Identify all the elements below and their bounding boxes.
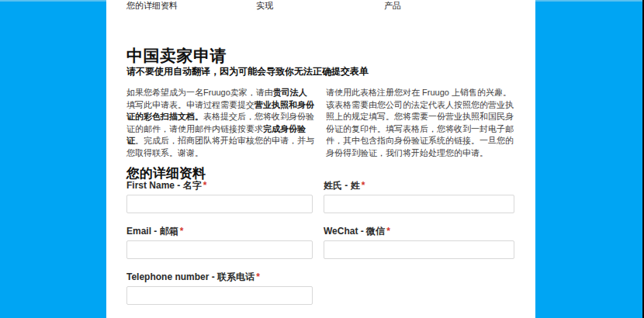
wechat-label: WeChat - 微信* xyxy=(324,226,514,237)
field-telephone: Telephone number - 联系电话* xyxy=(126,272,313,305)
step-nav: 您的详细资料 实现 产品 xyxy=(106,0,535,12)
intro-section: 如果您希望成为一名Fruugo卖家，请由贵司法人填写此申请表。申请过程需要提交营… xyxy=(126,87,515,159)
required-asterisk: * xyxy=(180,226,184,237)
first-name-input[interactable] xyxy=(126,195,313,213)
last-name-label: 姓氏 - 姓* xyxy=(324,181,514,191)
intro-paragraph-right: 请使用此表格注册您对在 Fruugo 上销售的兴趣。该表格需要由您公司的法定代表… xyxy=(326,87,515,159)
nav-item-fulfilment[interactable]: 实现 xyxy=(256,1,273,11)
intro-paragraph-left: 如果您希望成为一名Fruugo卖家，请由贵司法人填写此申请表。申请过程需要提交营… xyxy=(126,87,314,159)
page-title: 中国卖家申请 xyxy=(126,45,227,67)
field-email: Email - 邮箱* xyxy=(126,226,313,259)
field-first-name: First Name - 名字* xyxy=(126,181,313,213)
wechat-input[interactable] xyxy=(324,240,514,259)
telephone-label: Telephone number - 联系电话* xyxy=(126,272,313,282)
email-label: Email - 邮箱* xyxy=(126,226,313,237)
email-input[interactable] xyxy=(126,240,313,259)
required-asterisk: * xyxy=(256,271,260,282)
required-asterisk: * xyxy=(362,180,365,191)
nav-item-products[interactable]: 产品 xyxy=(384,1,401,11)
required-asterisk: * xyxy=(203,180,207,191)
last-name-input[interactable] xyxy=(324,195,514,213)
field-last-name: 姓氏 - 姓* xyxy=(324,181,514,213)
nav-item-your-details[interactable]: 您的详细资料 xyxy=(126,1,178,11)
details-form: First Name - 名字* 姓氏 - 姓* Email - 邮箱* WeC… xyxy=(126,181,514,305)
translation-warning: 请不要使用自动翻译，因为可能会导致你无法正确提交表单 xyxy=(126,65,369,78)
first-name-label: First Name - 名字* xyxy=(126,181,313,191)
required-asterisk: * xyxy=(386,226,390,237)
telephone-input[interactable] xyxy=(126,286,313,305)
field-wechat: WeChat - 微信* xyxy=(324,226,514,259)
application-page-panel: 您的详细资料 实现 产品 中国卖家申请 请不要使用自动翻译，因为可能会导致你无法… xyxy=(106,0,535,318)
